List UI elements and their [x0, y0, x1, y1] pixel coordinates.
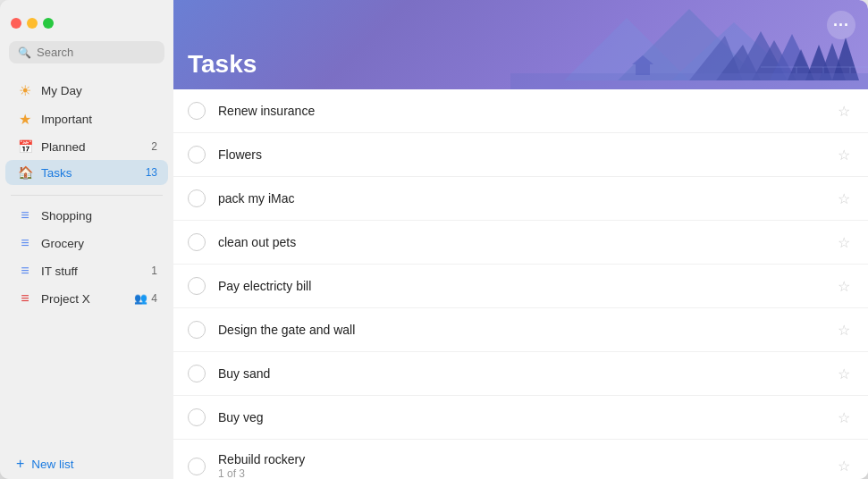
task-item[interactable]: Design the gate and wall ☆ — [173, 308, 868, 352]
sidebar-item-important[interactable]: ★ Important — [5, 105, 168, 133]
search-icon: 🔍 — [18, 46, 31, 59]
task-star-button[interactable]: ☆ — [834, 458, 854, 475]
task-checkbox[interactable] — [188, 189, 206, 207]
task-content: pack my iMac — [218, 191, 834, 206]
task-checkbox[interactable] — [188, 365, 206, 382]
task-star-button[interactable]: ☆ — [834, 103, 854, 120]
maximize-button[interactable] — [43, 18, 54, 29]
task-checkbox[interactable] — [188, 277, 206, 295]
task-title: pack my iMac — [218, 191, 834, 206]
sidebar-item-tasks[interactable]: 🏠 Tasks 13 — [5, 160, 168, 185]
task-content: Flowers — [218, 147, 834, 162]
plus-icon: + — [16, 456, 24, 472]
sidebar-item-grocery[interactable]: ≡ Grocery — [5, 230, 168, 256]
task-title: Design the gate and wall — [218, 323, 834, 337]
sidebar-item-project-x[interactable]: ≡ Project X 👥 4 — [5, 285, 168, 312]
task-content: Buy veg — [218, 410, 834, 424]
task-star-button[interactable]: ☆ — [834, 366, 854, 382]
sidebar-item-planned[interactable]: 📅 Planned 2 — [5, 134, 168, 159]
sidebar-item-label: Tasks — [41, 166, 146, 180]
task-item[interactable]: Buy sand ☆ — [173, 352, 868, 396]
calendar-icon: 📅 — [16, 139, 34, 154]
task-star-button[interactable]: ☆ — [834, 190, 854, 207]
sidebar-item-shopping[interactable]: ≡ Shopping — [5, 202, 168, 229]
close-button[interactable] — [11, 18, 21, 29]
header-background-scene — [510, 0, 868, 89]
task-content: clean out pets — [218, 235, 834, 249]
task-star-button[interactable]: ☆ — [834, 278, 854, 295]
traffic-lights — [0, 9, 173, 36]
tasks-header: Tasks ··· — [173, 0, 868, 89]
task-title: Flowers — [218, 147, 834, 162]
sun-icon: ☀ — [16, 82, 34, 99]
sidebar-item-label: Project X — [41, 292, 134, 306]
sidebar-item-label: Grocery — [41, 237, 157, 250]
minimize-button[interactable] — [27, 18, 38, 29]
sidebar: 🔍 ☀ My Day ★ Important 📅 Planned 2 — [0, 0, 173, 479]
task-content: Renew insurance — [218, 104, 834, 118]
planned-badge: 2 — [151, 140, 157, 153]
lists-section: ≡ Shopping ≡ Grocery ≡ IT stuff 1 ≡ Proj… — [0, 201, 173, 449]
task-item[interactable]: clean out pets ☆ — [173, 221, 868, 265]
task-checkbox[interactable] — [188, 408, 206, 426]
task-star-button[interactable]: ☆ — [834, 234, 854, 251]
task-star-button[interactable]: ☆ — [834, 147, 854, 164]
app-window: 🔍 ☀ My Day ★ Important 📅 Planned 2 — [0, 0, 868, 479]
dots-icon: ··· — [833, 16, 849, 35]
shared-icon: 👥 — [134, 292, 147, 305]
search-input[interactable] — [37, 46, 156, 59]
main-panel: Tasks ··· Renew insurance ☆ Flo — [173, 0, 868, 479]
task-item[interactable]: Flowers ☆ — [173, 133, 868, 177]
task-title: clean out pets — [218, 235, 834, 249]
task-item[interactable]: Buy veg ☆ — [173, 396, 868, 440]
home-icon: 🏠 — [16, 165, 34, 180]
task-list: Renew insurance ☆ Flowers ☆ pack my iMac — [173, 89, 868, 479]
task-title: Renew insurance — [218, 104, 834, 118]
task-item[interactable]: pack my iMac ☆ — [173, 177, 868, 221]
task-checkbox[interactable] — [188, 233, 206, 251]
list-icon: ≡ — [16, 235, 34, 251]
star-icon: ★ — [16, 111, 34, 128]
it-stuff-badge: 1 — [151, 265, 157, 277]
task-title: Buy sand — [218, 366, 834, 381]
task-content: Pay electricty bill — [218, 279, 834, 293]
task-title: Rebuild rockery — [218, 452, 834, 466]
svg-rect-14 — [636, 64, 650, 75]
task-item[interactable]: Rebuild rockery 1 of 3 ☆ — [173, 440, 868, 479]
task-content: Rebuild rockery 1 of 3 — [218, 452, 834, 479]
list-icon: ≡ — [16, 263, 34, 279]
task-star-button[interactable]: ☆ — [834, 322, 854, 339]
tasks-badge: 13 — [146, 166, 157, 179]
list-icon: ≡ — [16, 207, 34, 223]
new-list-button[interactable]: + New list — [5, 450, 168, 477]
project-x-badge: 4 — [151, 292, 157, 305]
task-checkbox[interactable] — [188, 102, 206, 120]
task-item[interactable]: Renew insurance ☆ — [173, 89, 868, 133]
nav-section: ☀ My Day ★ Important 📅 Planned 2 🏠 Tasks… — [0, 72, 173, 189]
task-checkbox[interactable] — [188, 458, 206, 475]
page-title: Tasks — [188, 50, 257, 79]
task-content: Design the gate and wall — [218, 323, 834, 337]
new-list-label: New list — [31, 458, 73, 471]
task-item[interactable]: Pay electricty bill ☆ — [173, 265, 868, 308]
svg-rect-13 — [510, 73, 868, 89]
sidebar-item-label: My Day — [41, 84, 157, 97]
task-title: Buy veg — [218, 410, 834, 424]
search-bar[interactable]: 🔍 — [9, 41, 164, 63]
sidebar-item-my-day[interactable]: ☀ My Day — [5, 77, 168, 105]
task-checkbox[interactable] — [188, 146, 206, 164]
sidebar-item-label: Planned — [41, 140, 151, 154]
sidebar-item-it-stuff[interactable]: ≡ IT stuff 1 — [5, 257, 168, 284]
task-content: Buy sand — [218, 366, 834, 381]
sidebar-divider — [11, 195, 163, 196]
header-menu-button[interactable]: ··· — [827, 11, 855, 39]
app-container: 🔍 ☀ My Day ★ Important 📅 Planned 2 — [0, 0, 868, 479]
task-star-button[interactable]: ☆ — [834, 409, 854, 426]
sidebar-item-label: Important — [41, 113, 157, 126]
task-subtitle: 1 of 3 — [218, 467, 834, 479]
sidebar-item-label: IT stuff — [41, 265, 151, 278]
list-icon: ≡ — [16, 290, 34, 307]
sidebar-item-label: Shopping — [41, 209, 157, 223]
task-checkbox[interactable] — [188, 321, 206, 339]
task-title: Pay electricty bill — [218, 279, 834, 293]
